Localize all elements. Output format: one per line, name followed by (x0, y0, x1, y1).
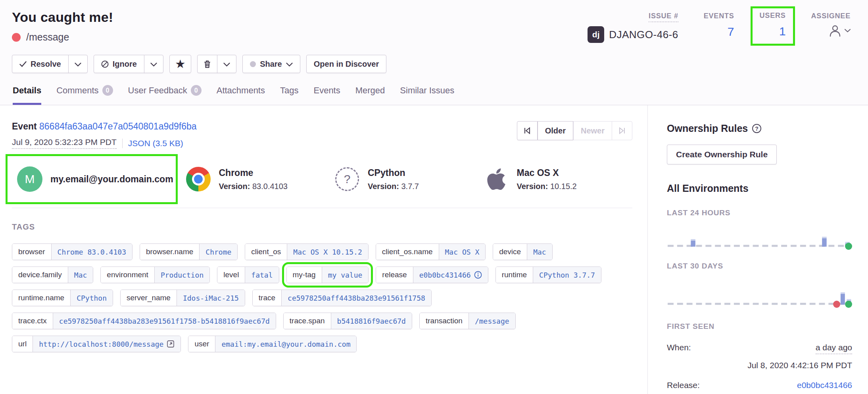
tag-key: level (217, 267, 245, 283)
tag-key: trace.span (284, 313, 331, 329)
divider (122, 139, 123, 148)
events-count-link[interactable]: 7 (728, 25, 734, 39)
browser-name: Chrome (219, 168, 288, 178)
issue-short-id: DJANGO-46-6 (609, 29, 678, 41)
tag-value-link[interactable]: CPython (70, 290, 113, 306)
info-icon[interactable] (474, 271, 482, 279)
django-project-icon: dj (588, 26, 604, 43)
tab-events[interactable]: Events (313, 85, 340, 105)
tag-pill: level fatal (217, 267, 279, 283)
create-ownership-rule-button[interactable]: Create Ownership Rule (667, 145, 777, 164)
ignore-button[interactable]: Ignore (94, 55, 144, 73)
stat-users: USERS 1 (760, 12, 786, 38)
tag-key: trace.ctx (12, 313, 53, 329)
resolve-dropdown-button[interactable] (68, 55, 88, 73)
issue-header: You caught me! /message ISSUE # dj DJANG… (0, 0, 868, 105)
tab-comments[interactable]: Comments 0 (56, 85, 113, 105)
stat-issue-number: ISSUE # dj DJANGO-46-6 (588, 12, 678, 43)
tag-value-link[interactable]: http://localhost:8000/message (33, 336, 181, 352)
runtime-version: 3.7.7 (401, 182, 419, 191)
when-label: When: (667, 343, 691, 352)
tag-value-link[interactable]: ce5978250aff4438ba283e91561f1758-b541881… (53, 313, 276, 329)
tab-label: User Feedback (128, 85, 187, 96)
last-24-hours-label: LAST 24 HOURS (667, 209, 852, 217)
tag-value-link[interactable]: Production (154, 267, 209, 283)
tab-user-feedback[interactable]: User Feedback 0 (128, 85, 202, 105)
tag-value-link[interactable]: Chrome 83.0.4103 (51, 244, 132, 260)
chevron-down-icon (150, 62, 157, 67)
svg-text:?: ? (755, 126, 759, 132)
tab-details[interactable]: Details (13, 85, 41, 105)
open-in-discover-button[interactable]: Open in Discover (306, 55, 387, 73)
skip-to-first-icon (523, 127, 531, 134)
delete-button[interactable] (197, 55, 217, 73)
tag-value-link[interactable]: Chrome (199, 244, 237, 260)
users-count-link[interactable]: 1 (779, 25, 786, 38)
event-pagination: Older Newer (517, 121, 632, 140)
tag-pill: device Mac (493, 243, 552, 260)
bookmark-star-button[interactable]: ★ (169, 55, 191, 73)
tag-value-link[interactable]: Mac (68, 267, 93, 283)
event-json-link[interactable]: JSON (3.5 KB) (128, 139, 183, 148)
tag-pill: browser.name Chrome (140, 243, 238, 260)
tag-key: user (188, 336, 215, 352)
tag-value-link[interactable]: Mac (527, 244, 552, 260)
tag-pill: url http://localhost:8000/message (12, 336, 181, 352)
tag-value-link[interactable]: email:my.email@your.domain.com (215, 336, 356, 352)
first-seen-relative: a day ago (816, 343, 852, 354)
tag-pill: transaction /message (419, 313, 516, 329)
user-email: my.email@your.domain.com (50, 174, 173, 185)
tag-value-link[interactable]: ce5978250aff4438ba283e91561f1758 (281, 290, 431, 306)
first-seen-release-link[interactable]: e0b0bc431466 (797, 380, 852, 390)
tag-value-link[interactable]: Idos-iMac-215 (177, 290, 245, 306)
runtime-name: CPython (368, 168, 419, 178)
oldest-event-button[interactable] (517, 121, 538, 140)
ignore-dropdown-button[interactable] (144, 55, 163, 73)
tag-pill: server_name Idos-iMac-215 (120, 290, 245, 306)
tag-value-link[interactable]: fatal (245, 267, 278, 283)
share-status-dot (250, 61, 256, 67)
event-context-cards: M my.email@your.domain.com Chrome Versio… (12, 166, 632, 208)
help-icon[interactable]: ? (752, 124, 762, 133)
page-title: You caught me! (12, 10, 113, 25)
newer-event-button[interactable]: Newer (573, 121, 612, 140)
tag-pill: device.family Mac (12, 267, 93, 283)
older-event-button[interactable]: Older (538, 121, 573, 140)
tab-attachments[interactable]: Attachments (217, 85, 265, 105)
tab-label: Comments (56, 85, 98, 96)
tag-value-link[interactable]: Mac OS X 10.15.2 (287, 244, 368, 260)
annotation-box-users: USERS 1 (751, 6, 795, 46)
tab-merged[interactable]: Merged (355, 85, 385, 105)
tag-key: browser.name (140, 244, 199, 260)
first-seen-absolute: Jul 8, 2020 4:42:16 PM PDT (667, 361, 852, 370)
unknown-runtime-icon: ? (335, 167, 359, 191)
assignee-dropdown[interactable] (828, 23, 851, 38)
tab-similar-issues[interactable]: Similar Issues (400, 85, 454, 105)
chevron-down-icon (845, 29, 851, 33)
event-label: Event (12, 121, 37, 131)
annotation-box-user-card: M my.email@your.domain.com (6, 154, 178, 204)
tag-value-link[interactable]: e0b0bc431466 (413, 267, 488, 283)
skip-to-latest-button[interactable] (612, 121, 632, 140)
ownership-rules-title: Ownership Rules (667, 123, 748, 134)
tag-value-link[interactable]: my value (322, 267, 369, 283)
tag-pill: browser Chrome 83.0.4103 (12, 243, 133, 260)
chevron-down-icon (223, 62, 230, 67)
external-link-icon[interactable] (167, 340, 175, 348)
tag-pill: trace ce5978250aff4438ba283e91561f1758 (252, 290, 432, 306)
tag-value-link[interactable]: Mac OS X (439, 244, 486, 260)
tag-key: my-tag (287, 267, 322, 283)
tag-value-link[interactable]: CPython 3.7.7 (533, 267, 601, 283)
tab-tags[interactable]: Tags (280, 85, 298, 105)
tag-value-link[interactable]: /message (469, 313, 515, 329)
share-button[interactable]: Share (242, 55, 300, 73)
tag-value-link[interactable]: b5418816f9aec67d (331, 313, 412, 329)
tab-label: Events (313, 85, 340, 96)
issue-sidebar: Ownership Rules ? Create Ownership Rule … (647, 105, 868, 394)
resolve-button[interactable]: Resolve (12, 55, 69, 73)
event-id-link[interactable]: 86684fa63aa047e7a0540801a9d9f6ba (39, 121, 197, 131)
delete-dropdown-button[interactable] (217, 55, 236, 73)
tag-key: transaction (420, 313, 469, 329)
tab-label: Merged (355, 85, 385, 96)
user-avatar: M (17, 166, 42, 192)
